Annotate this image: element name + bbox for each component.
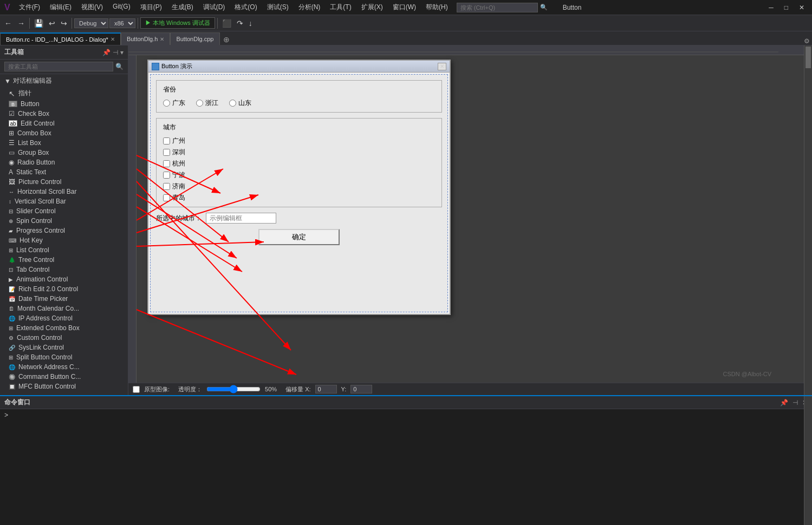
tab-add-button[interactable]: ⊕ bbox=[220, 34, 233, 45]
toolbox-item-monthcal[interactable]: 🗓 Month Calendar Co... bbox=[0, 304, 128, 313]
toolbox-item-statictext[interactable]: A Static Text bbox=[0, 167, 128, 177]
city-input-field[interactable] bbox=[206, 213, 276, 224]
tab-settings-icon[interactable]: ⚙ bbox=[802, 37, 812, 45]
menu-format[interactable]: 格式(O) bbox=[230, 2, 261, 13]
toolbox-item-netaddress[interactable]: 🌐 Network Address C... bbox=[0, 362, 128, 372]
toolbox-item-animation[interactable]: ▶ Animation Control bbox=[0, 274, 128, 284]
toolbox-item-syslink[interactable]: 🔗 SysLink Control bbox=[0, 343, 128, 352]
radio-shandong[interactable] bbox=[229, 100, 236, 107]
toolbox-item-groupbox[interactable]: ▭ Group Box bbox=[0, 148, 128, 158]
toolbox-item-listbox[interactable]: ☰ List Box bbox=[0, 138, 128, 148]
toolbox-menu-icon[interactable]: ▾ bbox=[120, 49, 124, 56]
toolbox-item-commandbutton[interactable]: 🔘 Command Button C... bbox=[0, 372, 128, 382]
breakpoint-button[interactable]: ⬛ bbox=[220, 18, 233, 29]
toolbox-item-checkbox[interactable]: ☑ Check Box bbox=[0, 109, 128, 119]
menu-build[interactable]: 生成(B) bbox=[167, 2, 198, 13]
close-icon[interactable]: ✕ bbox=[796, 4, 808, 11]
toolbox-item-ipaddress[interactable]: 🌐 IP Address Control bbox=[0, 313, 128, 323]
bottom-panel-auto-hide-icon[interactable]: ⊣ bbox=[792, 399, 798, 406]
toolbox-item-editcontrol[interactable]: ab Edit Control bbox=[0, 119, 128, 128]
toolbox-search-input[interactable] bbox=[4, 62, 113, 71]
editor-canvas[interactable]: Button 演示 ✕ 省份 广东 bbox=[128, 55, 804, 383]
city-check-shenzhen[interactable]: 深圳 bbox=[163, 148, 435, 157]
menu-help[interactable]: 帮助(H) bbox=[421, 2, 452, 13]
toolbox-item-datetime[interactable]: 📅 Date Time Picker bbox=[0, 294, 128, 304]
city-check-jinan[interactable]: 济南 bbox=[163, 182, 435, 191]
menu-extensions[interactable]: 扩展(X) bbox=[357, 2, 387, 13]
city-check-qingdao[interactable]: 青岛 bbox=[163, 193, 435, 202]
menu-edit[interactable]: 编辑(E) bbox=[46, 2, 76, 13]
menu-debug[interactable]: 调试(D) bbox=[199, 2, 230, 13]
step-into-button[interactable]: ↓ bbox=[246, 18, 255, 29]
menu-window[interactable]: 窗口(W) bbox=[388, 2, 420, 13]
toolbox-item-picture[interactable]: 🖼 Picture Control bbox=[0, 177, 128, 187]
bottom-panel-scrollbar[interactable] bbox=[804, 396, 812, 525]
checkbox-ningbo[interactable] bbox=[163, 172, 170, 179]
tab-button-rc[interactable]: Button.rc - IDD_...N_DIALOG - Dialog* ✕ bbox=[0, 32, 121, 45]
checkbox-hangzhou[interactable] bbox=[163, 160, 170, 167]
ok-button[interactable]: 确定 bbox=[258, 229, 340, 245]
tab-buttondlg-h[interactable]: ButtonDlg.h ✕ bbox=[121, 32, 170, 45]
toolbox-item-spin[interactable]: ⊕ Spin Control bbox=[0, 216, 128, 226]
checkbox-qingdao[interactable] bbox=[163, 194, 170, 201]
radio-guangdong[interactable] bbox=[163, 100, 170, 107]
toolbox-item-button[interactable]: B Button bbox=[0, 99, 128, 109]
menu-file[interactable]: 文件(F) bbox=[15, 2, 44, 13]
opacity-slider[interactable] bbox=[206, 385, 261, 393]
toolbox-item-splitbutton[interactable]: ⊞ Split Button Control bbox=[0, 352, 128, 362]
toolbox-item-hotkey[interactable]: ⌨ Hot Key bbox=[0, 235, 128, 245]
back-button[interactable]: ← bbox=[2, 18, 14, 29]
undo-button[interactable]: ↩ bbox=[47, 18, 57, 29]
toolbox-item-treecontrol[interactable]: 🌲 Tree Control bbox=[0, 255, 128, 265]
maximize-icon[interactable]: □ bbox=[781, 4, 791, 11]
config-select[interactable]: Debug bbox=[74, 18, 108, 28]
toolbox-item-mfcbutton[interactable]: 🔲 MFC Button Control bbox=[0, 382, 128, 391]
offset-x-input[interactable] bbox=[315, 385, 337, 393]
toolbox-item-customcontrol[interactable]: ⚙ Custom Control bbox=[0, 333, 128, 343]
toolbox-item-richedit[interactable]: 📝 Rich Edit 2.0 Control bbox=[0, 284, 128, 294]
city-check-guangzhou[interactable]: 广州 bbox=[163, 136, 435, 146]
toolbox-item-tabcontrol[interactable]: ⊡ Tab Control bbox=[0, 265, 128, 274]
proto-image-checkbox[interactable] bbox=[133, 386, 140, 393]
bottom-panel-pin-icon[interactable]: 📌 bbox=[780, 399, 788, 406]
toolbox-auto-hide-icon[interactable]: ⊣ bbox=[113, 49, 118, 56]
menu-view[interactable]: 视图(V) bbox=[77, 2, 107, 13]
checkbox-shenzhen[interactable] bbox=[163, 149, 170, 156]
run-button[interactable]: ▶ 本地 Windows 调试器 bbox=[140, 17, 215, 29]
menu-project[interactable]: 项目(P) bbox=[136, 2, 166, 13]
province-radio-shandong[interactable]: 山东 bbox=[229, 99, 251, 108]
tab-close-button-rc[interactable]: ✕ bbox=[111, 36, 115, 42]
minimize-icon[interactable]: ─ bbox=[765, 4, 777, 11]
redo-button[interactable]: ↪ bbox=[59, 18, 69, 29]
toolbox-section-header[interactable]: ▼ 对话框编辑器 bbox=[0, 74, 128, 88]
forward-button[interactable]: → bbox=[15, 18, 27, 29]
toolbox-pin-icon[interactable]: 📌 bbox=[102, 49, 111, 56]
right-scrollbar[interactable] bbox=[804, 45, 812, 395]
menu-tools[interactable]: 工具(T) bbox=[326, 2, 355, 13]
checkbox-guangzhou[interactable] bbox=[163, 137, 170, 145]
toolbox-item-cursor[interactable]: ↖ 指针 bbox=[0, 88, 128, 99]
checkbox-jinan[interactable] bbox=[163, 183, 170, 190]
province-radio-guangdong[interactable]: 广东 bbox=[163, 99, 185, 108]
toolbox-item-hscrollbar[interactable]: ↔ Horizontal Scroll Bar bbox=[0, 187, 128, 196]
platform-select[interactable]: x86 bbox=[109, 18, 135, 28]
toolbox-item-slider[interactable]: ⊟ Slider Control bbox=[0, 206, 128, 216]
dialog-close-button[interactable]: ✕ bbox=[438, 63, 446, 70]
toolbox-item-progress[interactable]: ▰ Progress Control bbox=[0, 226, 128, 235]
menu-git[interactable]: Git(G) bbox=[108, 2, 135, 13]
toolbox-item-combobox[interactable]: ⊞ Combo Box bbox=[0, 128, 128, 138]
radio-zhejiang[interactable] bbox=[196, 100, 203, 107]
search-input[interactable] bbox=[457, 3, 538, 12]
dialog-window[interactable]: Button 演示 ✕ 省份 广东 bbox=[147, 60, 451, 315]
menu-test[interactable]: 测试(S) bbox=[263, 2, 293, 13]
menu-analyze[interactable]: 分析(N) bbox=[294, 2, 325, 13]
scroll-thumb[interactable] bbox=[805, 47, 811, 68]
offset-y-input[interactable] bbox=[350, 385, 372, 393]
province-radio-zhejiang[interactable]: 浙江 bbox=[196, 99, 218, 108]
toolbox-item-radiobutton[interactable]: ◉ Radio Button bbox=[0, 158, 128, 167]
city-check-hangzhou[interactable]: 杭州 bbox=[163, 159, 435, 168]
toolbox-item-extcombobox[interactable]: ⊞ Extended Combo Box bbox=[0, 323, 128, 333]
tab-close-buttondlg-h[interactable]: ✕ bbox=[160, 36, 164, 42]
save-all-button[interactable]: 💾 bbox=[32, 18, 46, 29]
city-check-ningbo[interactable]: 宁波 bbox=[163, 170, 435, 180]
